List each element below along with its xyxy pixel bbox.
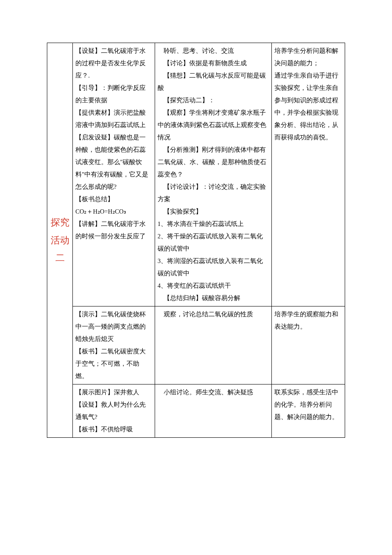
intent-cell: 联系实际，感受生活中的化学。培养分析问题、解决问题的能力。 [272, 384, 345, 438]
intent-line: 培养学生分析问题和解决问题的能力； [274, 47, 338, 66]
teacher-line: 【启发设疑】碳酸也是一种酸，也能使紫色的石蕊试液变红。那么"碳酸饮料"中有没有碳… [75, 134, 148, 190]
student-line: 【总结归纳】碳酸容易分解 [158, 292, 269, 304]
table-row: 【展示图片】深井救人 【设疑】救人时为什么先通氧气? 【板书】不供给呼吸 小组讨… [47, 384, 345, 438]
student-line: 4、将变红的石蕊试纸烘干 [158, 282, 231, 289]
lesson-plan-table: 探究活动二 【设疑】二氧化碳溶于水的过程中是否发生化学反应？. 【引导】：判断化… [47, 43, 345, 438]
intent-cell: 培养学生分析问题和解决问题的能力； 通过学生亲自动手进行实验探究，让学生亲自参与… [272, 43, 345, 306]
teacher-line: 【板书】不供给呼吸 [75, 426, 133, 433]
teacher-line: 【设疑】二氧化碳溶于水的过程中是否发生化学反应？. [75, 47, 146, 79]
document-page: 探究活动二 【设疑】二氧化碳溶于水的过程中是否发生化学反应？. 【引导】：判断化… [0, 0, 392, 472]
section-label: 探究活动二 [48, 214, 72, 267]
intent-line: 通过学生亲自动手进行实验探究，让学生亲自参与到知识的形成过程中，并学会根据实验现… [274, 72, 338, 141]
teacher-line: 【提供素材】演示把盐酸溶液中滴加到石蕊试纸上 [75, 109, 146, 128]
student-line: 【猜想】二氧化碳与水反应可能是碳酸 [158, 69, 269, 94]
teacher-line: 【板书】二氧化碳密度大于空气；不可燃，不助燃。 [75, 348, 146, 379]
teacher-line: CO₂＋H₂O=H₂CO₃ [75, 208, 126, 215]
student-line: 2、将干燥的石蕊试纸放入装有二氧化碳的试管中 [158, 233, 263, 252]
teacher-line: 【引导】：判断化学反应的主要依据 [75, 84, 146, 104]
student-line: 3、将润湿的石蕊试纸放入装有二氧化碳的试管中 [158, 257, 263, 277]
student-line: 【实验探究】 [158, 205, 269, 218]
student-line: 【讨论设计】：讨论交流，确定实验方案 [158, 181, 269, 205]
student-line: 小组讨论。师生交流、解决疑惑 [158, 386, 269, 399]
student-line: 观察，讨论总结二氧化碳的性质 [158, 308, 269, 321]
table-row: 【演示】二氧化碳使烧杯中一高一矮的两支点燃的蜡烛先后熄灭 【板书】二氧化碳密度大… [47, 306, 345, 384]
student-line: 聆听、思考、讨论、交流 [158, 45, 269, 57]
student-line: 【探究活动二】： [158, 94, 269, 107]
student-cell: 小组讨论。师生交流、解决疑惑 [155, 384, 272, 438]
teacher-cell: 【演示】二氧化碳使烧杯中一高一矮的两支点燃的蜡烛先后熄灭 【板书】二氧化碳密度大… [73, 306, 155, 384]
teacher-line: 【设疑】救人时为什么先通氧气? [75, 401, 146, 420]
teacher-line: 【讲解】二氧化碳溶于水的时候一部分发生反应了 [75, 220, 146, 240]
teacher-line: 【展示图片】深井救人 [75, 389, 139, 396]
intent-cell: 培养学生的观察能力和表达能力。 [272, 306, 345, 384]
intent-line: 培养学生的观察能力和表达能力。 [274, 311, 338, 330]
student-line: 【分析推测】刚才得到的液体中都有二氧化碳、水、碳酸，是那种物质使石蕊变色？ [158, 144, 269, 181]
table-row: 探究活动二 【设疑】二氧化碳溶于水的过程中是否发生化学反应？. 【引导】：判断化… [47, 43, 345, 306]
intent-line: 联系实际，感受生活中的化学。培养分析问题、解决问题的能力。 [274, 389, 338, 420]
section-label-cell: 探究活动二 [47, 43, 73, 438]
teacher-line: 【演示】二氧化碳使烧杯中一高一矮的两支点燃的蜡烛先后熄灭 [75, 311, 146, 342]
teacher-line: 【板书总结】 [75, 196, 114, 202]
student-cell: 观察，讨论总结二氧化碳的性质 [155, 306, 272, 384]
teacher-cell: 【设疑】二氧化碳溶于水的过程中是否发生化学反应？. 【引导】：判断化学反应的主要… [73, 43, 155, 306]
teacher-cell: 【展示图片】深井救人 【设疑】救人时为什么先通氧气? 【板书】不供给呼吸 [73, 384, 155, 438]
student-cell: 聆听、思考、讨论、交流 【讨论】依据是有新物质生成 【猜想】二氧化碳与水反应可能… [155, 43, 272, 306]
student-line: 【讨论】依据是有新物质生成 [158, 57, 269, 69]
student-line: 1、将水滴在干燥的石蕊试纸上 [158, 220, 244, 227]
student-line: 【观察】学生将刚才变瘪矿泉水瓶子中的液体滴到紫色石蕊试纸上观察变色情况 [158, 107, 269, 144]
